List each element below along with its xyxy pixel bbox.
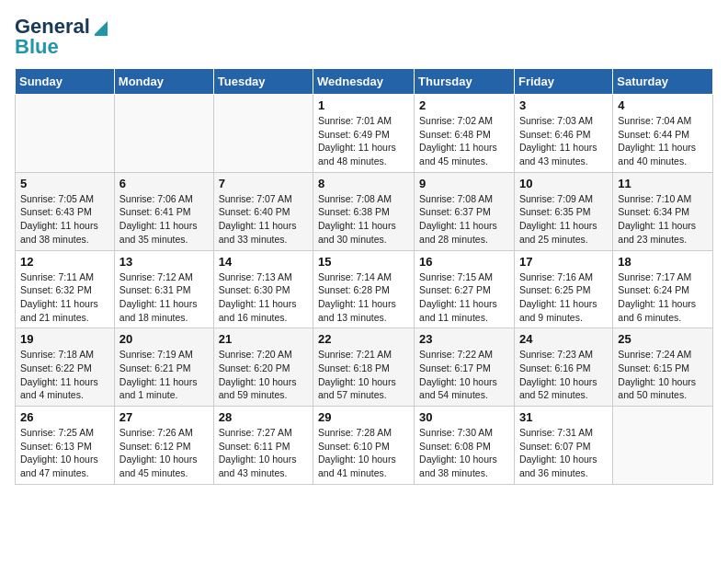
day-number: 11 <box>618 177 708 190</box>
calendar-cell: 9Sunrise: 7:08 AM Sunset: 6:37 PM Daylig… <box>415 172 515 250</box>
calendar-cell: 10Sunrise: 7:09 AM Sunset: 6:35 PM Dayli… <box>514 172 612 250</box>
calendar-body: 1Sunrise: 7:01 AM Sunset: 6:49 PM Daylig… <box>16 95 713 485</box>
day-number: 18 <box>618 255 708 269</box>
day-number: 9 <box>419 177 509 190</box>
calendar-cell: 14Sunrise: 7:13 AM Sunset: 6:30 PM Dayli… <box>213 250 313 328</box>
day-number: 3 <box>519 98 608 112</box>
day-number: 20 <box>119 332 209 346</box>
day-info: Sunrise: 7:30 AM Sunset: 6:08 PM Dayligh… <box>419 426 509 480</box>
calendar-cell: 30Sunrise: 7:30 AM Sunset: 6:08 PM Dayli… <box>415 407 515 485</box>
day-info: Sunrise: 7:03 AM Sunset: 6:46 PM Dayligh… <box>519 114 608 168</box>
calendar-cell: 20Sunrise: 7:19 AM Sunset: 6:21 PM Dayli… <box>114 328 213 407</box>
calendar-header-row: SundayMondayTuesdayWednesdayThursdayFrid… <box>16 69 713 95</box>
day-info: Sunrise: 7:07 AM Sunset: 6:40 PM Dayligh… <box>219 192 308 247</box>
day-info: Sunrise: 7:21 AM Sunset: 6:18 PM Dayligh… <box>318 348 409 402</box>
week-row-2: 5Sunrise: 7:05 AM Sunset: 6:43 PM Daylig… <box>16 172 713 250</box>
day-number: 17 <box>519 255 608 269</box>
day-info: Sunrise: 7:27 AM Sunset: 6:11 PM Dayligh… <box>219 426 308 480</box>
day-info: Sunrise: 7:11 AM Sunset: 6:32 PM Dayligh… <box>20 270 109 325</box>
day-info: Sunrise: 7:01 AM Sunset: 6:49 PM Dayligh… <box>318 114 409 168</box>
week-row-3: 12Sunrise: 7:11 AM Sunset: 6:32 PM Dayli… <box>16 250 713 328</box>
day-number: 23 <box>419 332 509 346</box>
header-sunday: Sunday <box>16 69 115 95</box>
day-number: 1 <box>318 98 409 112</box>
header-friday: Friday <box>514 69 612 95</box>
day-info: Sunrise: 7:19 AM Sunset: 6:21 PM Dayligh… <box>119 348 209 402</box>
calendar-cell: 29Sunrise: 7:28 AM Sunset: 6:10 PM Dayli… <box>313 407 415 485</box>
calendar-cell: 22Sunrise: 7:21 AM Sunset: 6:18 PM Dayli… <box>313 328 415 407</box>
logo-blue: Blue <box>15 35 59 59</box>
day-info: Sunrise: 7:23 AM Sunset: 6:16 PM Dayligh… <box>519 348 608 402</box>
logo: General Blue <box>15 15 111 59</box>
day-info: Sunrise: 7:08 AM Sunset: 6:37 PM Dayligh… <box>419 192 509 247</box>
calendar-cell: 17Sunrise: 7:16 AM Sunset: 6:25 PM Dayli… <box>514 250 612 328</box>
day-number: 26 <box>20 410 109 424</box>
calendar-cell: 13Sunrise: 7:12 AM Sunset: 6:31 PM Dayli… <box>114 250 213 328</box>
calendar-cell: 24Sunrise: 7:23 AM Sunset: 6:16 PM Dayli… <box>514 328 612 407</box>
header-saturday: Saturday <box>613 69 713 95</box>
calendar-cell: 3Sunrise: 7:03 AM Sunset: 6:46 PM Daylig… <box>514 95 612 173</box>
calendar-cell: 7Sunrise: 7:07 AM Sunset: 6:40 PM Daylig… <box>213 172 313 250</box>
svg-marker-0 <box>95 21 108 34</box>
calendar-cell: 26Sunrise: 7:25 AM Sunset: 6:13 PM Dayli… <box>16 407 115 485</box>
day-info: Sunrise: 7:17 AM Sunset: 6:24 PM Dayligh… <box>618 270 708 325</box>
day-info: Sunrise: 7:16 AM Sunset: 6:25 PM Dayligh… <box>519 270 608 325</box>
day-number: 28 <box>219 410 308 424</box>
day-info: Sunrise: 7:26 AM Sunset: 6:12 PM Dayligh… <box>119 426 209 480</box>
day-number: 13 <box>119 255 209 269</box>
calendar-cell: 19Sunrise: 7:18 AM Sunset: 6:22 PM Dayli… <box>16 328 115 407</box>
day-number: 16 <box>419 255 509 269</box>
calendar-cell: 5Sunrise: 7:05 AM Sunset: 6:43 PM Daylig… <box>16 172 115 250</box>
day-number: 12 <box>20 255 109 269</box>
day-info: Sunrise: 7:28 AM Sunset: 6:10 PM Dayligh… <box>318 426 409 480</box>
day-number: 29 <box>318 410 409 424</box>
day-info: Sunrise: 7:06 AM Sunset: 6:41 PM Dayligh… <box>119 192 209 247</box>
day-info: Sunrise: 7:31 AM Sunset: 6:07 PM Dayligh… <box>519 426 608 480</box>
day-number: 25 <box>618 332 708 346</box>
day-number: 21 <box>219 332 308 346</box>
header-wednesday: Wednesday <box>313 69 415 95</box>
day-info: Sunrise: 7:18 AM Sunset: 6:22 PM Dayligh… <box>20 348 109 402</box>
calendar-cell: 4Sunrise: 7:04 AM Sunset: 6:44 PM Daylig… <box>613 95 713 173</box>
calendar-cell: 6Sunrise: 7:06 AM Sunset: 6:41 PM Daylig… <box>114 172 213 250</box>
header-tuesday: Tuesday <box>213 69 313 95</box>
logo-icon <box>91 17 111 36</box>
week-row-4: 19Sunrise: 7:18 AM Sunset: 6:22 PM Dayli… <box>16 328 713 407</box>
day-info: Sunrise: 7:24 AM Sunset: 6:15 PM Dayligh… <box>618 348 708 402</box>
calendar-cell <box>613 407 713 485</box>
page-header: General Blue <box>15 15 713 59</box>
day-number: 22 <box>318 332 409 346</box>
day-info: Sunrise: 7:09 AM Sunset: 6:35 PM Dayligh… <box>519 192 608 247</box>
week-row-1: 1Sunrise: 7:01 AM Sunset: 6:49 PM Daylig… <box>16 95 713 173</box>
day-number: 27 <box>119 410 209 424</box>
day-info: Sunrise: 7:08 AM Sunset: 6:38 PM Dayligh… <box>318 192 409 247</box>
day-info: Sunrise: 7:10 AM Sunset: 6:34 PM Dayligh… <box>618 192 708 247</box>
day-number: 7 <box>219 177 308 190</box>
calendar-cell: 16Sunrise: 7:15 AM Sunset: 6:27 PM Dayli… <box>415 250 515 328</box>
day-number: 5 <box>20 177 109 190</box>
calendar-cell <box>16 95 115 173</box>
day-number: 15 <box>318 255 409 269</box>
day-info: Sunrise: 7:05 AM Sunset: 6:43 PM Dayligh… <box>20 192 109 247</box>
day-info: Sunrise: 7:14 AM Sunset: 6:28 PM Dayligh… <box>318 270 409 325</box>
day-number: 4 <box>618 98 708 112</box>
calendar-cell: 8Sunrise: 7:08 AM Sunset: 6:38 PM Daylig… <box>313 172 415 250</box>
calendar-cell: 23Sunrise: 7:22 AM Sunset: 6:17 PM Dayli… <box>415 328 515 407</box>
header-monday: Monday <box>114 69 213 95</box>
day-number: 19 <box>20 332 109 346</box>
calendar-cell: 28Sunrise: 7:27 AM Sunset: 6:11 PM Dayli… <box>213 407 313 485</box>
calendar-cell: 25Sunrise: 7:24 AM Sunset: 6:15 PM Dayli… <box>613 328 713 407</box>
day-info: Sunrise: 7:22 AM Sunset: 6:17 PM Dayligh… <box>419 348 509 402</box>
calendar-cell: 12Sunrise: 7:11 AM Sunset: 6:32 PM Dayli… <box>16 250 115 328</box>
week-row-5: 26Sunrise: 7:25 AM Sunset: 6:13 PM Dayli… <box>16 407 713 485</box>
day-info: Sunrise: 7:25 AM Sunset: 6:13 PM Dayligh… <box>20 426 109 480</box>
day-number: 30 <box>419 410 509 424</box>
day-number: 24 <box>519 332 608 346</box>
day-info: Sunrise: 7:20 AM Sunset: 6:20 PM Dayligh… <box>219 348 308 402</box>
calendar-cell: 18Sunrise: 7:17 AM Sunset: 6:24 PM Dayli… <box>613 250 713 328</box>
day-number: 8 <box>318 177 409 190</box>
calendar-cell: 15Sunrise: 7:14 AM Sunset: 6:28 PM Dayli… <box>313 250 415 328</box>
day-number: 31 <box>519 410 608 424</box>
calendar-cell: 27Sunrise: 7:26 AM Sunset: 6:12 PM Dayli… <box>114 407 213 485</box>
header-thursday: Thursday <box>415 69 515 95</box>
